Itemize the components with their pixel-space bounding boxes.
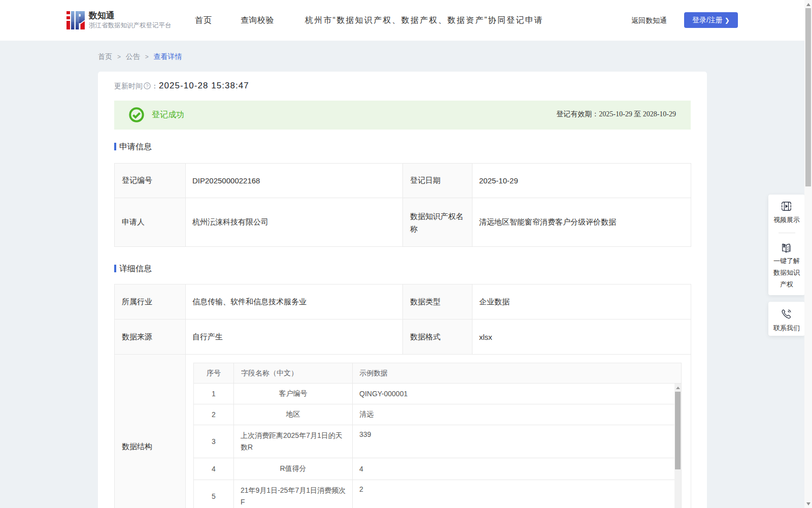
svg-text:?: ? bbox=[146, 83, 148, 88]
